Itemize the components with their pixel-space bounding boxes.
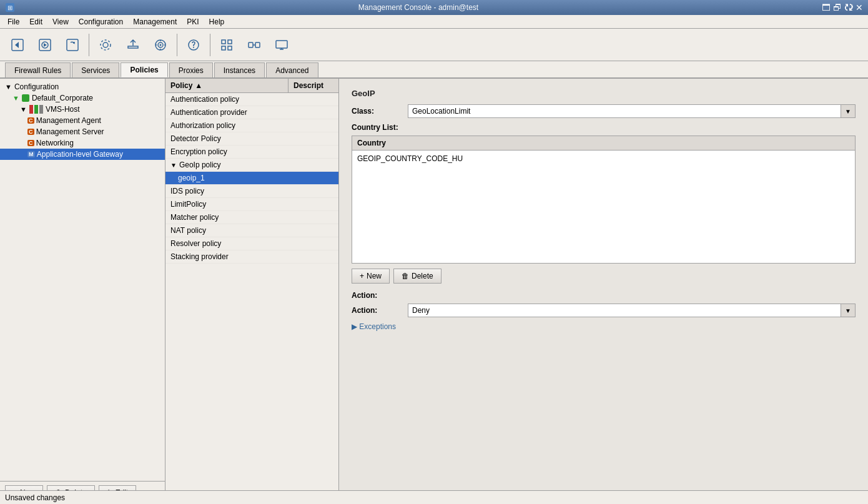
minimize-btn[interactable]: 🗖 [822,2,831,12]
svg-rect-19 [228,40,232,44]
action-label: Action: [352,306,408,315]
tab-proxies[interactable]: Proxies [169,62,213,77]
tab-policies[interactable]: Policies [121,62,167,77]
sort-icon: ▲ [195,81,202,90]
policy-item-limit[interactable]: LimitPolicy [165,198,338,211]
tree-item-networking[interactable]: C Networking [0,137,165,149]
policy-auth-label: Authentication policy [170,95,239,104]
menu-pki[interactable]: PKI [182,16,204,27]
svg-rect-8 [128,46,138,48]
policy-geoip1-label: geoip_1 [178,174,205,182]
policy-item-encryption[interactable]: Encryption policy [165,146,338,159]
policy-panel: Policy ▲ Descript Authentication policy … [165,79,339,504]
svg-rect-22 [249,42,253,47]
restore-btn[interactable]: 🗘 [844,2,853,12]
target-button[interactable] [148,32,173,57]
nav-forward-button[interactable] [32,32,57,57]
class-input[interactable] [408,104,856,118]
configuration-label: Configuration [14,82,59,91]
menu-help[interactable]: Help [204,16,230,27]
settings-button[interactable] [93,32,118,57]
policy-col-policy: Policy ▲ [165,79,289,92]
class-select-wrapper: ▼ [408,104,856,118]
tab-instances[interactable]: Instances [214,62,265,77]
policy-limit-label: LimitPolicy [170,200,206,209]
action-section: Action: Action: ▼ ▶ Exceptions [352,291,856,331]
chevron-right-icon: ▶ [352,322,357,331]
tree-item-app-gateway[interactable]: M Application-level Gateway [0,149,165,160]
window-title: Management Console - admin@test [15,3,822,12]
status-bar: Unsaved changes [0,490,868,504]
country-row-1[interactable]: GEOIP_COUNTRY_CODE_HU [357,153,850,164]
policy-item-ids[interactable]: IDS policy [165,185,338,198]
question-button[interactable] [181,32,206,57]
action-select-wrapper: ▼ [408,304,856,317]
tab-advanced[interactable]: Advanced [266,62,318,77]
corporate-icon [22,94,29,102]
action-section-title: Action: [352,291,856,300]
tab-services[interactable]: Services [72,62,119,77]
maximize-btn[interactable]: 🗗 [833,2,842,12]
policy-detector-label: Detector Policy [170,134,221,143]
policy-item-authz-policy[interactable]: Authorization policy [165,119,338,132]
geoip-expand-icon: ▼ [170,162,177,169]
server-bar-icon [29,105,43,114]
policy-item-detector[interactable]: Detector Policy [165,132,338,146]
tree-item-configuration[interactable]: ▼ Configuration [0,81,165,92]
svg-point-6 [103,42,108,47]
connect-button[interactable] [242,32,267,57]
menu-edit[interactable]: Edit [24,16,47,27]
tree-item-management-agent[interactable]: C Management Agent [0,115,165,126]
tab-firewall-rules[interactable]: Firewall Rules [5,62,71,77]
country-list-label: Country List: [352,123,856,132]
tree-item-management-server[interactable]: C Management Server [0,126,165,137]
policy-list: Authentication policy Authentication pro… [165,93,338,504]
policy-item-matcher[interactable]: Matcher policy [165,211,338,224]
policy-col-desc: Descript [289,79,338,92]
policy-ids-label: IDS policy [170,187,204,195]
close-btn[interactable]: ✕ [856,2,863,12]
policy-item-auth-provider[interactable]: Authentication provider [165,106,338,119]
policy-matcher-label: Matcher policy [170,213,219,222]
svg-rect-5 [67,39,78,51]
management-server-label: Management Server [36,127,104,136]
tree-item-default-corporate[interactable]: ▼ Default_Corporate [0,92,165,104]
toolbar-separator-2 [177,34,177,56]
c-icon-agent: C [27,117,34,124]
plus-icon-country: + [360,272,364,280]
tree-item-vms-host[interactable]: ▼ VMS-Host [0,104,165,115]
delete-country-button[interactable]: 🗑 Delete [393,269,441,284]
policy-item-resolver[interactable]: Resolver policy [165,237,338,250]
trash-icon-country: 🗑 [402,272,409,280]
policy-auth-prov-label: Authentication provider [170,108,247,117]
country-table-header: Country [352,136,855,151]
grid-button[interactable] [214,32,239,57]
app-gateway-label: Application-level Gateway [37,150,123,159]
action-dropdown-arrow[interactable]: ▼ [841,304,856,317]
new-country-button[interactable]: + New [352,269,390,284]
policy-item-geoip[interactable]: ▼ GeoIp policy [165,159,338,172]
menu-configuration[interactable]: Configuration [74,16,128,27]
policy-stacking-label: Stacking provider [170,252,229,261]
monitor-button[interactable] [269,32,294,57]
country-table: Country GEOIP_COUNTRY_CODE_HU [352,136,856,264]
window-controls[interactable]: 🗖 🗗 🗘 ✕ [822,2,863,12]
action-input[interactable] [408,304,856,317]
class-dropdown-arrow[interactable]: ▼ [841,104,856,118]
tree-area: ▼ Configuration ▼ Default_Corporate ▼ VM… [0,79,165,481]
menu-file[interactable]: File [2,16,24,27]
nav-back-button[interactable] [5,32,30,57]
vms-host-label: VMS-Host [46,105,80,114]
policy-item-auth-policy[interactable]: Authentication policy [165,93,338,106]
policy-item-nat[interactable]: NAT policy [165,224,338,237]
menu-management[interactable]: Management [128,16,182,27]
policy-item-geoip-1[interactable]: geoip_1 [165,172,338,185]
menu-view[interactable]: View [47,16,74,27]
refresh-button[interactable] [60,32,85,57]
upload-button[interactable] [121,32,145,57]
policy-nat-label: NAT policy [170,226,206,235]
policy-item-stacking[interactable]: Stacking provider [165,250,338,264]
geoip-detail-panel: GeoIP Class: ▼ Country List: Country GE [344,84,863,336]
exceptions-row[interactable]: ▶ Exceptions [352,322,856,331]
action-row: Action: ▼ [352,304,856,317]
